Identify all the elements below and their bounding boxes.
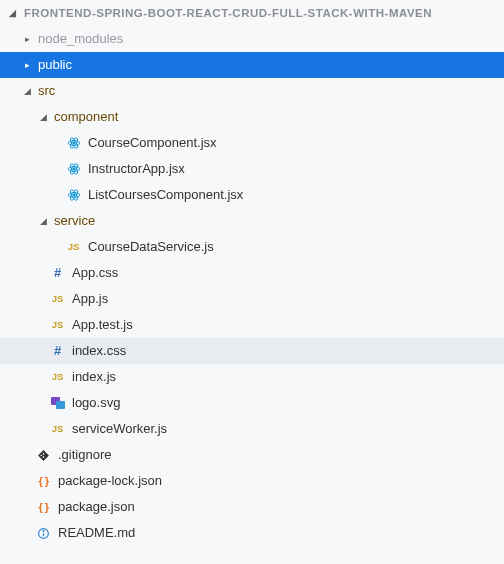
react-icon xyxy=(66,136,81,151)
file-label: InstructorApp.jsx xyxy=(88,156,185,182)
js-icon: JS xyxy=(50,318,65,333)
css-icon: # xyxy=(50,266,65,281)
svg-point-0 xyxy=(72,142,74,144)
svg-point-15 xyxy=(43,456,45,458)
svg-icon xyxy=(50,396,65,411)
react-icon xyxy=(66,188,81,203)
file-gitignore[interactable]: ▸ .gitignore xyxy=(0,442,504,468)
folder-label: src xyxy=(38,78,55,104)
chevron-right-icon: ▸ xyxy=(22,52,32,78)
file-course-data-service[interactable]: ▸ JS CourseDataService.js xyxy=(0,234,504,260)
file-list-courses-component[interactable]: ▸ ListCoursesComponent.jsx xyxy=(0,182,504,208)
folder-label: public xyxy=(38,52,72,78)
svg-point-4 xyxy=(72,168,74,170)
json-icon: { } xyxy=(36,500,51,515)
js-icon: JS xyxy=(50,292,65,307)
svg-point-19 xyxy=(43,530,44,531)
chevron-down-icon: ◢ xyxy=(8,0,18,26)
file-label: CourseComponent.jsx xyxy=(88,130,217,156)
tree-root[interactable]: ◢ FRONTEND-SPRING-BOOT-REACT-CRUD-FULL-S… xyxy=(0,0,504,26)
file-service-worker[interactable]: ▸ JS serviceWorker.js xyxy=(0,416,504,442)
svg-point-14 xyxy=(43,453,45,455)
gitignore-icon xyxy=(36,448,51,463)
file-instructor-app[interactable]: ▸ InstructorApp.jsx xyxy=(0,156,504,182)
react-icon xyxy=(66,162,81,177)
chevron-down-icon: ◢ xyxy=(38,104,48,130)
file-course-component[interactable]: ▸ CourseComponent.jsx xyxy=(0,130,504,156)
info-icon xyxy=(36,526,51,541)
folder-src[interactable]: ◢ src xyxy=(0,78,504,104)
folder-component[interactable]: ◢ component xyxy=(0,104,504,130)
file-app-test[interactable]: ▸ JS App.test.js xyxy=(0,312,504,338)
file-index-js[interactable]: ▸ JS index.js xyxy=(0,364,504,390)
root-label: FRONTEND-SPRING-BOOT-REACT-CRUD-FULL-STA… xyxy=(24,0,432,26)
file-label: ListCoursesComponent.jsx xyxy=(88,182,243,208)
file-label: index.js xyxy=(72,364,116,390)
file-label: App.js xyxy=(72,286,108,312)
file-readme[interactable]: ▸ README.md xyxy=(0,520,504,546)
file-app-js[interactable]: ▸ JS App.js xyxy=(0,286,504,312)
file-label: logo.svg xyxy=(72,390,120,416)
file-label: index.css xyxy=(72,338,126,364)
file-package-json[interactable]: ▸ { } package.json xyxy=(0,494,504,520)
js-icon: JS xyxy=(66,240,81,255)
file-app-css[interactable]: ▸ # App.css xyxy=(0,260,504,286)
folder-node-modules[interactable]: ▸ node_modules xyxy=(0,26,504,52)
file-label: serviceWorker.js xyxy=(72,416,167,442)
chevron-right-icon: ▸ xyxy=(22,26,32,52)
chevron-down-icon: ◢ xyxy=(38,208,48,234)
file-label: .gitignore xyxy=(58,442,111,468)
file-label: App.test.js xyxy=(72,312,133,338)
svg-rect-13 xyxy=(56,401,65,409)
js-icon: JS xyxy=(50,422,65,437)
chevron-down-icon: ◢ xyxy=(22,78,32,104)
css-icon: # xyxy=(50,344,65,359)
folder-label: node_modules xyxy=(38,26,123,52)
folder-public[interactable]: ▸ public xyxy=(0,52,504,78)
file-label: README.md xyxy=(58,520,135,546)
file-logo-svg[interactable]: ▸ logo.svg xyxy=(0,390,504,416)
file-package-lock[interactable]: ▸ { } package-lock.json xyxy=(0,468,504,494)
folder-label: service xyxy=(54,208,95,234)
js-icon: JS xyxy=(50,370,65,385)
folder-service[interactable]: ◢ service xyxy=(0,208,504,234)
file-label: CourseDataService.js xyxy=(88,234,214,260)
svg-point-8 xyxy=(72,194,74,196)
file-label: App.css xyxy=(72,260,118,286)
file-label: package.json xyxy=(58,494,135,520)
file-index-css[interactable]: ▸ # index.css xyxy=(0,338,504,364)
json-icon: { } xyxy=(36,474,51,489)
file-label: package-lock.json xyxy=(58,468,162,494)
svg-point-16 xyxy=(41,454,43,456)
file-tree: ◢ FRONTEND-SPRING-BOOT-REACT-CRUD-FULL-S… xyxy=(0,0,504,546)
folder-label: component xyxy=(54,104,118,130)
